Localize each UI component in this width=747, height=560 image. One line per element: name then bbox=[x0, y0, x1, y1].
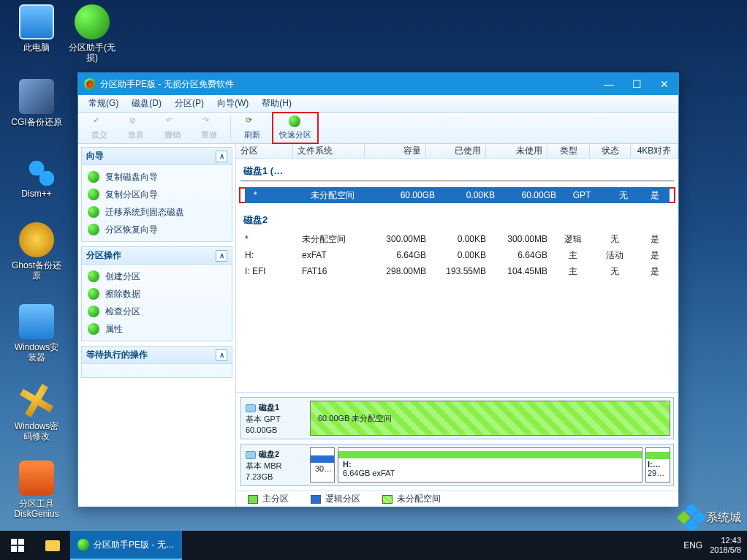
wizard-icon bbox=[88, 189, 99, 200]
discard-icon: ⊘ bbox=[129, 116, 143, 129]
table-row[interactable]: H: exFAT 6.64GB 0.00KB 6.64GB 主 活动 是 bbox=[236, 247, 678, 263]
desktop-icon-windows-password[interactable]: Windows密 码修改 bbox=[9, 383, 64, 442]
table-row[interactable]: I: EFI FAT16 298.00MB 193.55MB 104.45MB … bbox=[236, 263, 678, 279]
svg-rect-3 bbox=[18, 546, 24, 552]
start-button[interactable] bbox=[0, 531, 35, 560]
col-status[interactable]: 状态 bbox=[590, 144, 631, 158]
panel-wizard: 向导∧ 复制磁盘向导 复制分区向导 迁移系统到固态磁盘 分区恢复向导 bbox=[81, 147, 232, 242]
minimize-button[interactable]: ― bbox=[595, 73, 623, 95]
sidebar-item-properties[interactable]: 属性 bbox=[82, 320, 232, 338]
menu-partition[interactable]: 分区(P) bbox=[169, 96, 210, 111]
col-type[interactable]: 类型 bbox=[547, 144, 590, 158]
svg-rect-1 bbox=[18, 539, 24, 545]
maximize-button[interactable]: ☐ bbox=[623, 73, 651, 95]
desktop-icon-diskgenius[interactable]: 分区工具 DiskGenius bbox=[9, 461, 64, 519]
sidebar-item-migrate-ssd[interactable]: 迁移系统到固态磁盘 bbox=[82, 203, 232, 221]
sidebar: 向导∧ 复制磁盘向导 复制分区向导 迁移系统到固态磁盘 分区恢复向导 分区操作∧… bbox=[78, 144, 236, 507]
table-row[interactable]: * 未分配空间 60.00GB 0.00KB 60.00GB GPT 无 是 bbox=[245, 187, 670, 203]
desktop-icon-dism[interactable]: Dism++ bbox=[9, 151, 64, 199]
legend-primary: 主分区 bbox=[248, 493, 289, 505]
refresh-icon: ⟳ bbox=[246, 116, 259, 129]
desktop-icon-windows-installer[interactable]: Windows安 装器 bbox=[9, 304, 64, 363]
watermark-icon bbox=[677, 503, 706, 532]
grid-body: 磁盘1 (… * 未分配空间 60.00GB 0.00KB 60.00GB GP… bbox=[236, 159, 678, 392]
taskbar: 分区助手PE版 - 无… ENG 12:43 2018/5/8 bbox=[0, 531, 747, 560]
svg-rect-0 bbox=[11, 539, 17, 545]
titlebar[interactable]: 分区助手PE版 - 无损分区免费软件 ― ☐ ✕ bbox=[78, 73, 678, 95]
sidebar-item-copy-disk[interactable]: 复制磁盘向导 bbox=[82, 168, 232, 186]
col-partition[interactable]: 分区 bbox=[236, 144, 293, 158]
diskmap-1[interactable]: 磁盘1 基本 GPT 60.00GB 60.00GB 未分配空间 bbox=[240, 397, 674, 439]
diskmap-segment[interactable]: H:6.64GB exFAT bbox=[338, 447, 642, 483]
desktop-icon-partition-assistant[interactable]: 分区助手(无 损) bbox=[64, 4, 120, 63]
folder-icon bbox=[45, 540, 60, 551]
redo-icon: ↷ bbox=[202, 116, 216, 129]
window-buttons: ― ☐ ✕ bbox=[595, 73, 678, 95]
toolbar-undo[interactable]: ↶撤销 bbox=[154, 113, 191, 143]
panel-pending: 等待执行的操作∧ bbox=[81, 346, 232, 378]
collapse-icon[interactable]: ∧ bbox=[216, 250, 227, 262]
diskmap-segment[interactable]: 60.00GB 未分配空间 bbox=[310, 401, 670, 436]
panel-pending-header[interactable]: 等待执行的操作∧ bbox=[82, 347, 232, 364]
op-icon bbox=[88, 306, 99, 317]
tray-clock[interactable]: 12:43 2018/5/8 bbox=[710, 536, 741, 555]
table-row[interactable]: * 未分配空间 300.00MB 0.00KB 300.00MB 逻辑 无 是 bbox=[236, 231, 678, 247]
close-button[interactable]: ✕ bbox=[651, 73, 678, 95]
sidebar-item-check-partition[interactable]: 检查分区 bbox=[82, 303, 232, 320]
desktop-icon-this-pc[interactable]: 此电脑 bbox=[9, 4, 64, 53]
diskmap-segment[interactable]: 30… bbox=[310, 447, 335, 483]
panel-wizard-header[interactable]: 向导∧ bbox=[82, 148, 232, 165]
taskbar-explorer[interactable] bbox=[35, 531, 70, 560]
toolbar-divider bbox=[230, 116, 231, 140]
col-free[interactable]: 未使用 bbox=[486, 144, 547, 158]
panel-ops-header[interactable]: 分区操作∧ bbox=[82, 247, 232, 265]
undo-icon: ↶ bbox=[166, 116, 179, 129]
op-icon bbox=[88, 323, 99, 335]
diskmap-segment[interactable]: I:…29… bbox=[645, 447, 670, 483]
sidebar-item-partition-recovery[interactable]: 分区恢复向导 bbox=[82, 221, 232, 238]
toolbar-discard[interactable]: ⊘放弃 bbox=[118, 113, 154, 143]
toolbar-quick-partition[interactable]: 快速分区 bbox=[273, 113, 317, 143]
collapse-icon[interactable]: ∧ bbox=[216, 151, 227, 162]
menu-wizard[interactable]: 向导(W) bbox=[211, 96, 254, 111]
col-used[interactable]: 已使用 bbox=[426, 144, 486, 158]
tray-lang[interactable]: ENG bbox=[683, 540, 702, 550]
watermark: 系统城 bbox=[681, 507, 741, 528]
grid-header: 分区 文件系统 容量 已使用 未使用 类型 状态 4KB对齐 bbox=[236, 144, 678, 159]
sidebar-item-wipe-data[interactable]: 擦除数据 bbox=[82, 285, 232, 303]
col-4k-align[interactable]: 4KB对齐 bbox=[631, 144, 678, 158]
diskmap-2-label: 磁盘2 基本 MBR 7.23GB bbox=[241, 444, 307, 485]
col-capacity[interactable]: 容量 bbox=[365, 144, 426, 158]
diskmap-area: 磁盘1 基本 GPT 60.00GB 60.00GB 未分配空间 磁盘2 基本 … bbox=[236, 392, 678, 491]
legend-logical: 逻辑分区 bbox=[311, 493, 360, 505]
desktop-icon-cgi-backup[interactable]: CGI备份还原 bbox=[9, 79, 64, 127]
wizard-icon bbox=[88, 171, 99, 183]
windows-icon bbox=[11, 539, 24, 552]
diskmap-2[interactable]: 磁盘2 基本 MBR 7.23GB 30… H:6.64GB exFAT bbox=[240, 444, 674, 486]
toolbar: ✔提交 ⊘放弃 ↶撤销 ↷重做 ⟳刷新 快速分区 bbox=[78, 113, 678, 144]
disk-icon bbox=[246, 404, 256, 412]
disk1-title[interactable]: 磁盘1 (… bbox=[240, 159, 674, 181]
col-filesystem[interactable]: 文件系统 bbox=[293, 144, 365, 158]
collapse-icon[interactable]: ∧ bbox=[216, 349, 227, 361]
menu-general[interactable]: 常规(G) bbox=[83, 96, 124, 111]
window-title: 分区助手PE版 - 无损分区免费软件 bbox=[100, 78, 234, 91]
menu-help[interactable]: 帮助(H) bbox=[256, 96, 297, 111]
wizard-icon bbox=[88, 206, 99, 218]
toolbar-commit[interactable]: ✔提交 bbox=[81, 113, 118, 143]
legend: 主分区 逻辑分区 未分配空间 bbox=[236, 491, 678, 507]
menu-disk[interactable]: 磁盘(D) bbox=[126, 96, 167, 111]
toolbar-redo[interactable]: ↷重做 bbox=[191, 113, 227, 143]
wizard-icon bbox=[88, 224, 99, 235]
sidebar-item-create-partition[interactable]: 创建分区 bbox=[82, 268, 232, 285]
app-icon bbox=[84, 78, 96, 90]
disk1-row-highlight: * 未分配空间 60.00GB 0.00KB 60.00GB GPT 无 是 bbox=[239, 187, 675, 203]
system-tray: ENG 12:43 2018/5/8 bbox=[683, 536, 747, 555]
panel-partition-ops: 分区操作∧ 创建分区 擦除数据 检查分区 属性 bbox=[81, 246, 232, 341]
disk2-title[interactable]: 磁盘2 bbox=[236, 203, 678, 231]
sidebar-item-copy-partition[interactable]: 复制分区向导 bbox=[82, 186, 232, 203]
app-window: 分区助手PE版 - 无损分区免费软件 ― ☐ ✕ 常规(G) 磁盘(D) 分区(… bbox=[77, 72, 679, 507]
taskbar-app-button[interactable]: 分区助手PE版 - 无… bbox=[70, 531, 182, 560]
desktop-icon-ghost-backup[interactable]: Ghost备份还 原 bbox=[9, 222, 64, 281]
toolbar-refresh[interactable]: ⟳刷新 bbox=[234, 113, 270, 143]
